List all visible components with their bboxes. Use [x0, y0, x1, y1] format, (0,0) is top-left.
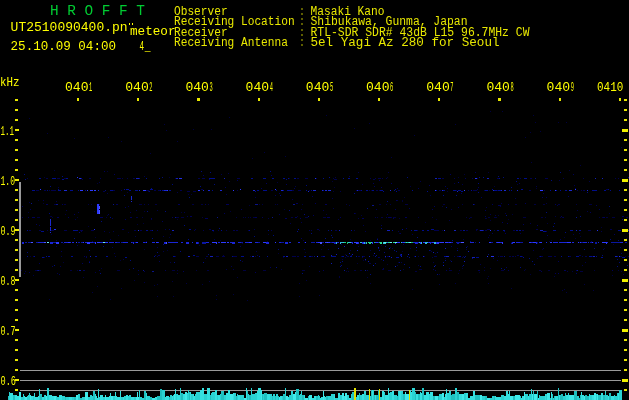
svg-text:0.9: 0.9 [1, 225, 16, 239]
svg-text:040: 040 [185, 80, 209, 95]
svg-text:1: 1 [89, 80, 92, 95]
svg-text:meteor: meteor [130, 24, 176, 39]
svg-text:0.6: 0.6 [1, 375, 17, 389]
svg-text:040: 040 [426, 80, 450, 95]
svg-text:040: 040 [125, 80, 149, 95]
svg-text:0.8: 0.8 [1, 275, 16, 289]
svg-text:7: 7 [450, 80, 453, 95]
svg-text:H R O F F T: H R O F F T [50, 3, 145, 19]
svg-text:2: 2 [149, 80, 152, 95]
svg-text:1.1: 1.1 [1, 125, 15, 139]
svg-text:040: 040 [65, 80, 89, 95]
svg-text:040: 040 [366, 80, 390, 95]
svg-text:Receiving Antenna: Receiving Antenna [174, 36, 288, 50]
svg-text:4: 4 [140, 39, 145, 54]
svg-text:0.7: 0.7 [1, 325, 16, 339]
svg-text:4: 4 [270, 80, 273, 95]
svg-text:9: 9 [571, 80, 574, 95]
svg-text:1.0: 1.0 [1, 175, 16, 189]
svg-text:kHz: kHz [0, 75, 20, 90]
svg-text:0410: 0410 [597, 80, 623, 95]
svg-text:040: 040 [306, 80, 330, 95]
svg-text::: : [300, 36, 304, 50]
svg-text:040: 040 [486, 80, 510, 95]
svg-text:040: 040 [246, 80, 270, 95]
svg-text:5: 5 [330, 80, 333, 95]
svg-text:_: _ [144, 39, 151, 54]
svg-text:25.10.09 04:00: 25.10.09 04:00 [11, 39, 117, 54]
svg-text:5el Yagi Az 280 for Seoul: 5el Yagi Az 280 for Seoul [311, 36, 500, 50]
svg-text:3: 3 [210, 80, 213, 95]
svg-text:040: 040 [547, 80, 571, 95]
svg-text:6: 6 [390, 80, 393, 95]
svg-text:8: 8 [511, 80, 514, 95]
svg-text:UT2510090400.pn: UT2510090400.pn [11, 20, 128, 35]
